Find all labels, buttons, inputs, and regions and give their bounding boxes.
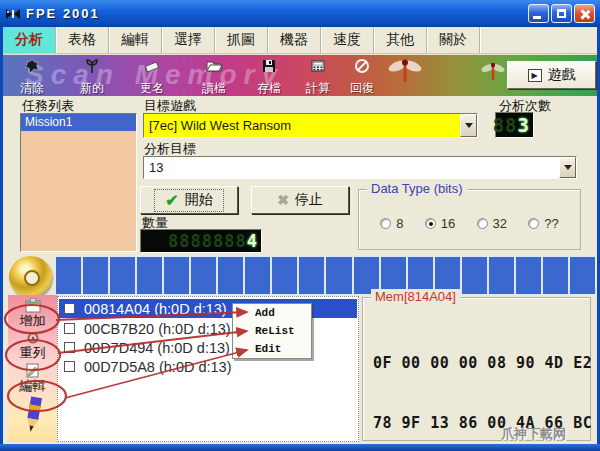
menu-about[interactable]: 關於 [427,27,480,53]
context-menu: Add ReList Edit [232,303,312,359]
title-bar[interactable]: FPE 2001 [0,0,600,27]
save-icon [261,58,277,74]
stop-button[interactable]: ✖停止 [251,186,349,214]
led-ghost-digits: 8888888 [168,231,247,251]
relist-button[interactable]: 重列 [20,331,46,361]
menu-edit[interactable]: 編輯 [109,27,162,53]
clear-icon [24,58,40,74]
menu-other[interactable]: 其他 [374,27,427,53]
rename-icon [144,58,160,74]
radio-icon [380,218,391,229]
app-icon [5,6,21,22]
pencil-icon [19,396,47,434]
start-button[interactable]: ✔開始 [140,186,238,214]
relist-button-label: 重列 [20,345,46,361]
edit-button-label: 編輯 [20,378,46,394]
undo-icon [354,58,370,74]
site-watermark: 爪神下載网 [501,425,566,443]
close-button[interactable] [574,4,595,23]
undo-label: 回復 [350,82,374,95]
clear-button[interactable]: 清除 [9,58,55,95]
calculate-label: 計算 [306,82,330,95]
menu-speed[interactable]: 速度 [321,27,374,53]
radio-unknown[interactable]: ?? [528,216,558,231]
new-icon [84,58,100,74]
address-text: 00814A04 (h:0D d:13) [84,301,227,317]
row-checkbox[interactable] [64,361,75,372]
data-type-label: Data Type (bits) [367,181,467,196]
menu-bar: 分析 表格 編輯 選擇 抓圖 機器 速度 其他 關於 [3,27,597,54]
row-checkbox[interactable] [64,342,75,353]
radio-16[interactable]: 16 [425,216,455,231]
analysis-target-combo[interactable]: 13 [143,156,577,179]
analysis-count-display: 883 [495,112,534,138]
open-file-button[interactable]: 讀檔 [191,58,237,95]
menu-select[interactable]: 選擇 [162,27,215,53]
rename-label: 更名 [140,82,164,95]
maximize-button[interactable] [551,4,572,23]
minimize-icon [533,16,541,19]
clear-label: 清除 [20,82,44,95]
memory-title: Mem[814A04] [371,289,460,304]
add-button[interactable]: 增加 [20,298,46,329]
address-row[interactable]: 00814A04 (h:0D d:13) [59,299,357,318]
radio-unknown-label: ?? [544,216,558,231]
context-menu-add[interactable]: Add [233,304,311,322]
led-ghost-digits: 88 [493,114,518,136]
menu-table[interactable]: 表格 [56,27,109,53]
target-game-combo[interactable]: [7ec] Wild West Ransom [143,113,478,138]
menu-capture[interactable]: 抓圖 [215,27,268,53]
radio-icon [528,218,539,229]
address-row[interactable]: 00D7D494 (h:0D d:13) [59,338,357,357]
save-label: 存檔 [257,82,281,95]
dragonfly-icon [387,57,423,87]
analysis-target-value: 13 [144,160,559,175]
play-icon: ▶ [528,69,542,82]
open-file-label: 讀檔 [202,82,226,95]
relist-icon [26,331,40,345]
new-label: 新的 [80,82,104,95]
context-menu-edit[interactable]: Edit [233,340,311,358]
data-type-groupbox: Data Type (bits) 8 16 32 ?? [358,189,581,250]
window-title: FPE 2001 [26,6,100,21]
radio-32[interactable]: 32 [477,216,507,231]
new-button[interactable]: 新的 [69,58,115,95]
row-checkbox[interactable] [64,303,75,314]
rename-button[interactable]: 更名 [129,58,175,95]
menu-machine[interactable]: 機器 [268,27,321,53]
maximize-icon [557,9,566,18]
calculator-icon [310,58,326,74]
calculate-button[interactable]: 計算 [297,58,339,95]
task-listbox[interactable]: Mission1 [20,113,137,252]
led-value: 3 [518,114,530,136]
cross-icon: ✖ [277,192,289,208]
task-item-mission1[interactable]: Mission1 [21,114,136,131]
chevron-down-icon[interactable] [559,157,576,178]
stop-button-label: 停止 [295,191,323,209]
action-sidebar: 增加 重列 編輯 [8,295,57,442]
memory-groupbox: Mem[814A04] 0F 00 00 00 08 90 4D E2 78 9… [362,297,591,441]
add-button-label: 增加 [20,313,46,329]
minimize-button[interactable] [528,4,549,23]
address-row[interactable]: 00D7D5A8 (h:0D d:13) [59,357,357,376]
address-text: 00D7D5A8 (h:0D d:13) [84,359,232,375]
quantity-display: 88888884 [140,229,262,253]
address-list[interactable]: 00814A04 (h:0D d:13) 00CB7B20 (h:0D d:13… [57,296,359,442]
led-value: 4 [247,231,258,251]
address-row[interactable]: 00CB7B20 (h:0D d:13) [59,319,357,338]
context-menu-relist[interactable]: ReList [233,322,311,340]
game-button-label: 遊戲 [548,66,576,84]
row-checkbox[interactable] [64,323,75,334]
radio-32-label: 32 [493,216,507,231]
undo-button[interactable]: 回復 [341,58,383,95]
save-button[interactable]: 存檔 [246,58,292,95]
radio-icon [425,218,436,229]
edit-icon [25,363,40,378]
chevron-down-icon[interactable] [460,114,477,137]
radio-8[interactable]: 8 [380,216,403,231]
game-button[interactable]: ▶ 遊戲 [507,61,596,89]
edit-button[interactable]: 編輯 [20,363,46,394]
menu-analyze[interactable]: 分析 [3,27,56,53]
check-icon: ✔ [165,191,178,210]
target-game-value: [7ec] Wild West Ransom [144,114,460,137]
